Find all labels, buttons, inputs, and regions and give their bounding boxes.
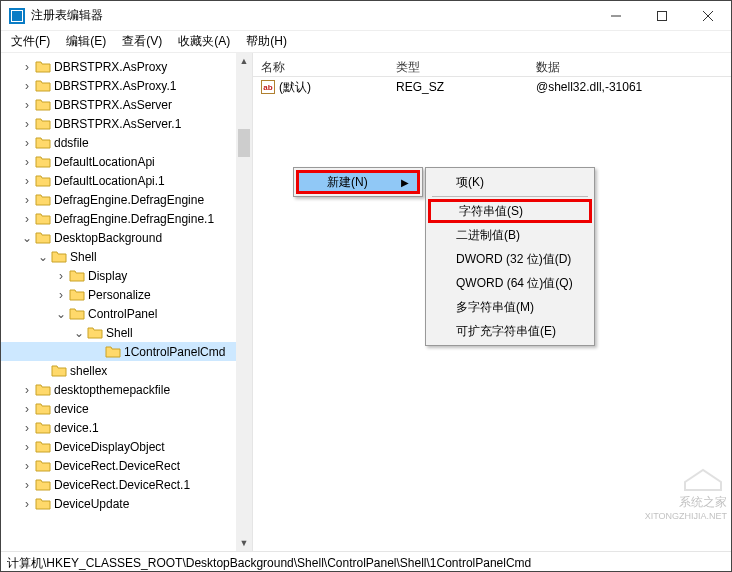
close-button[interactable] xyxy=(685,1,731,31)
tree-item[interactable]: ›Display xyxy=(1,266,252,285)
tree-item[interactable]: ›DefragEngine.DefragEngine xyxy=(1,190,252,209)
folder-icon xyxy=(35,135,51,151)
tree-caret-icon[interactable]: › xyxy=(19,117,35,131)
tree-caret-icon[interactable]: › xyxy=(53,288,69,302)
tree-caret-icon[interactable]: › xyxy=(19,212,35,226)
value-name: (默认) xyxy=(279,79,311,96)
window-title: 注册表编辑器 xyxy=(31,7,593,24)
menubar: 文件(F) 编辑(E) 查看(V) 收藏夹(A) 帮助(H) xyxy=(1,31,731,53)
tree-item-label: Personalize xyxy=(88,288,151,302)
submenu-item-string[interactable]: 字符串值(S) xyxy=(428,199,592,223)
tree-item[interactable]: ›device xyxy=(1,399,252,418)
folder-icon xyxy=(105,344,121,360)
tree-caret-icon[interactable]: ⌄ xyxy=(35,250,51,264)
tree-item[interactable]: ⌄Shell xyxy=(1,247,252,266)
folder-icon xyxy=(35,439,51,455)
minimize-button[interactable] xyxy=(593,1,639,31)
tree-item[interactable]: ›desktopthemepackfile xyxy=(1,380,252,399)
titlebar: 注册表编辑器 xyxy=(1,1,731,31)
tree-item[interactable]: ›device.1 xyxy=(1,418,252,437)
submenu-item-expand[interactable]: 可扩充字符串值(E) xyxy=(428,319,592,343)
tree-caret-icon[interactable]: › xyxy=(19,383,35,397)
tree-caret-icon[interactable]: › xyxy=(19,402,35,416)
tree-item[interactable]: ›DeviceRect.DeviceRect xyxy=(1,456,252,475)
scroll-down-icon[interactable]: ▼ xyxy=(236,535,252,551)
tree-caret-icon[interactable]: › xyxy=(53,269,69,283)
list-row[interactable]: ab(默认) REG_SZ @shell32.dll,-31061 xyxy=(253,77,731,97)
menu-file[interactable]: 文件(F) xyxy=(9,33,52,50)
tree-item-label: DBRSTPRX.AsProxy xyxy=(54,60,167,74)
tree-caret-icon[interactable]: › xyxy=(19,174,35,188)
folder-icon xyxy=(35,458,51,474)
tree-caret-icon[interactable]: › xyxy=(19,98,35,112)
folder-icon xyxy=(69,268,85,284)
scroll-up-icon[interactable]: ▲ xyxy=(236,53,252,69)
tree-caret-icon[interactable]: › xyxy=(19,136,35,150)
col-data[interactable]: 数据 xyxy=(528,59,731,76)
scroll-thumb[interactable] xyxy=(238,129,250,157)
menu-separator xyxy=(432,196,588,197)
tree-caret-icon[interactable]: › xyxy=(19,155,35,169)
tree-item[interactable]: ⌄Shell xyxy=(1,323,252,342)
tree-item-label: ddsfile xyxy=(54,136,89,150)
app-icon xyxy=(9,8,25,24)
tree-caret-icon[interactable]: › xyxy=(19,193,35,207)
folder-icon xyxy=(51,249,67,265)
menu-view[interactable]: 查看(V) xyxy=(120,33,164,50)
tree-item-label: 1ControlPanelCmd xyxy=(124,345,225,359)
folder-icon xyxy=(35,59,51,75)
tree-item-label: DeviceDisplayObject xyxy=(54,440,165,454)
tree-item[interactable]: 1ControlPanelCmd xyxy=(1,342,252,361)
submenu-item-binary[interactable]: 二进制值(B) xyxy=(428,223,592,247)
tree-item[interactable]: ›DefragEngine.DefragEngine.1 xyxy=(1,209,252,228)
menu-edit[interactable]: 编辑(E) xyxy=(64,33,108,50)
folder-icon xyxy=(51,363,67,379)
submenu-item-dword[interactable]: DWORD (32 位)值(D) xyxy=(428,247,592,271)
col-name[interactable]: 名称 xyxy=(253,59,388,76)
tree-item[interactable]: ›DBRSTPRX.AsServer xyxy=(1,95,252,114)
tree-item[interactable]: ›ddsfile xyxy=(1,133,252,152)
tree-item[interactable]: ›DBRSTPRX.AsServer.1 xyxy=(1,114,252,133)
tree-caret-icon[interactable]: ⌄ xyxy=(71,326,87,340)
folder-icon xyxy=(35,192,51,208)
tree-item[interactable]: shellex xyxy=(1,361,252,380)
tree-item[interactable]: ›DefaultLocationApi xyxy=(1,152,252,171)
tree-item[interactable]: ›DBRSTPRX.AsProxy.1 xyxy=(1,76,252,95)
folder-icon xyxy=(35,173,51,189)
tree-item[interactable]: ›DefaultLocationApi.1 xyxy=(1,171,252,190)
col-type[interactable]: 类型 xyxy=(388,59,528,76)
tree-item[interactable]: ›DBRSTPRX.AsProxy xyxy=(1,57,252,76)
tree-item-label: Display xyxy=(88,269,127,283)
string-value-icon: ab xyxy=(261,80,275,94)
tree-caret-icon[interactable]: ⌄ xyxy=(53,307,69,321)
tree-item[interactable]: ›Personalize xyxy=(1,285,252,304)
folder-icon xyxy=(69,287,85,303)
menu-help[interactable]: 帮助(H) xyxy=(244,33,289,50)
tree-item[interactable]: ›DeviceRect.DeviceRect.1 xyxy=(1,475,252,494)
submenu-item-multi[interactable]: 多字符串值(M) xyxy=(428,295,592,319)
tree-scrollbar[interactable]: ▲ ▼ xyxy=(236,53,252,551)
tree-caret-icon[interactable]: › xyxy=(19,459,35,473)
tree-item[interactable]: ›DeviceDisplayObject xyxy=(1,437,252,456)
statusbar: 计算机\HKEY_CLASSES_ROOT\DesktopBackground\… xyxy=(1,551,731,572)
submenu-item-key[interactable]: 项(K) xyxy=(428,170,592,194)
folder-icon xyxy=(35,97,51,113)
menu-favorites[interactable]: 收藏夹(A) xyxy=(176,33,232,50)
tree-item[interactable]: ›DeviceUpdate xyxy=(1,494,252,513)
tree-caret-icon[interactable]: › xyxy=(19,497,35,511)
tree-item-label: DefaultLocationApi.1 xyxy=(54,174,165,188)
tree-caret-icon[interactable]: › xyxy=(19,60,35,74)
tree-caret-icon[interactable]: ⌄ xyxy=(19,231,35,245)
submenu-item-qword[interactable]: QWORD (64 位)值(Q) xyxy=(428,271,592,295)
tree-item-label: DBRSTPRX.AsProxy.1 xyxy=(54,79,176,93)
tree-caret-icon[interactable]: › xyxy=(19,478,35,492)
tree-caret-icon[interactable]: › xyxy=(19,440,35,454)
tree-caret-icon[interactable]: › xyxy=(19,421,35,435)
tree-item-label: DBRSTPRX.AsServer xyxy=(54,98,172,112)
maximize-button[interactable] xyxy=(639,1,685,31)
tree-caret-icon[interactable]: › xyxy=(19,79,35,93)
menu-item-new[interactable]: 新建(N) ▶ xyxy=(296,170,420,194)
tree-item[interactable]: ⌄ControlPanel xyxy=(1,304,252,323)
tree-item[interactable]: ⌄DesktopBackground xyxy=(1,228,252,247)
folder-icon xyxy=(35,382,51,398)
